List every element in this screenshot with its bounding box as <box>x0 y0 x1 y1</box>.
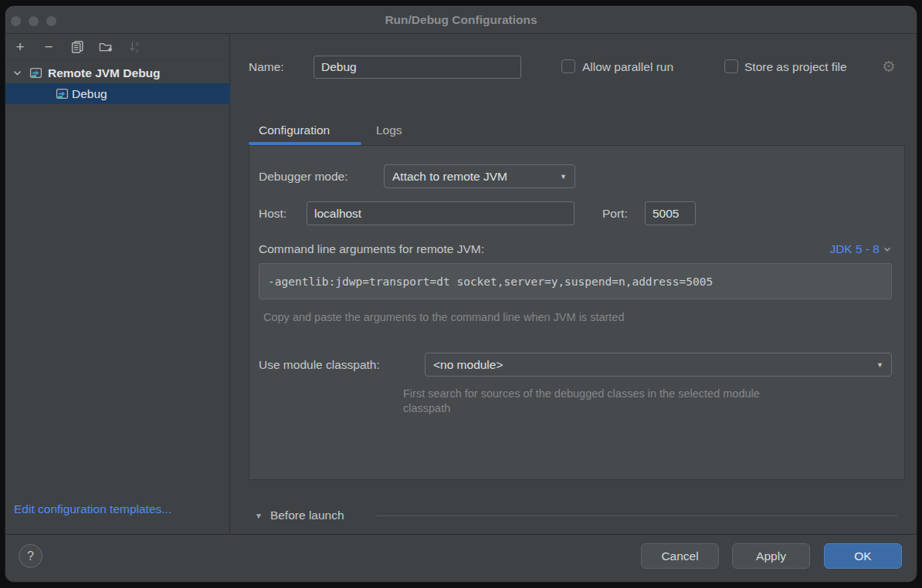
tree-child-label: Debug <box>72 87 107 101</box>
add-configuration-icon[interactable]: + <box>13 40 27 54</box>
sort-configurations-icon[interactable]: a z <box>127 40 141 54</box>
run-debug-configurations-dialog: Run/Debug Configurations + − <box>5 6 917 582</box>
svg-text:z: z <box>135 47 138 53</box>
jdk-version-selector[interactable]: JDK 5 - 8 <box>829 242 892 256</box>
before-launch-section-toggle[interactable]: ▼ Before launch <box>255 507 344 524</box>
dropdown-arrow-icon: ▼ <box>560 173 567 181</box>
footer-divider <box>5 534 917 535</box>
name-label: Name: <box>249 60 284 74</box>
edit-configuration-templates-link[interactable]: Edit configuration templates... <box>14 502 171 516</box>
chevron-down-icon[interactable] <box>12 68 22 78</box>
section-divider <box>376 515 897 516</box>
dialog-title: Run/Debug Configurations <box>5 13 917 27</box>
store-as-project-file-label[interactable]: Store as project file <box>744 60 847 74</box>
module-classpath-select[interactable]: <no module> ▼ <box>425 353 892 377</box>
apply-button[interactable]: Apply <box>732 543 810 569</box>
cmdline-arguments-label: Command line arguments for remote JVM: <box>259 242 484 256</box>
module-classpath-hint-text: First search for sources of the debugged… <box>403 387 789 416</box>
cancel-button[interactable]: Cancel <box>641 543 719 569</box>
host-label: Host: <box>259 207 286 221</box>
dropdown-arrow-icon: ▼ <box>876 361 883 369</box>
remote-debug-config-icon <box>56 87 69 100</box>
copy-configuration-icon[interactable] <box>70 40 84 54</box>
jdk-version-label: JDK 5 - 8 <box>829 242 880 256</box>
ok-button[interactable]: OK <box>824 543 902 569</box>
sidebar-item-debug-selected[interactable]: Debug <box>5 83 230 104</box>
chevron-down-icon <box>883 245 892 254</box>
sidebar-toolbar: + − <box>5 34 230 60</box>
allow-parallel-run-label[interactable]: Allow parallel run <box>582 60 673 74</box>
module-classpath-value: <no module> <box>433 358 503 372</box>
debugger-mode-select[interactable]: Attach to remote JVM ▼ <box>384 164 575 188</box>
debugger-mode-value: Attach to remote JVM <box>392 170 507 184</box>
store-as-project-file-checkbox[interactable] <box>724 59 738 73</box>
before-launch-label: Before launch <box>270 509 344 522</box>
screenshot-stage: Run/Debug Configurations + − <box>0 0 922 588</box>
port-input[interactable] <box>645 201 696 225</box>
tab-configuration[interactable]: Configuration <box>259 123 330 137</box>
configurations-sidebar <box>5 34 230 534</box>
name-input[interactable] <box>314 56 521 79</box>
tab-logs[interactable]: Logs <box>376 123 402 137</box>
allow-parallel-run-checkbox[interactable] <box>561 59 575 73</box>
host-input[interactable] <box>307 201 575 225</box>
remote-debug-config-icon <box>29 66 42 79</box>
tree-group-label: Remote JVM Debug <box>48 66 161 80</box>
store-options-gear-icon[interactable]: ⚙ <box>882 57 896 76</box>
module-classpath-label: Use module classpath: <box>259 358 380 372</box>
help-button[interactable]: ? <box>19 544 42 568</box>
debugger-mode-label: Debugger mode: <box>259 170 347 184</box>
port-label: Port: <box>602 207 628 221</box>
cmdline-arguments-input[interactable] <box>259 263 892 299</box>
cmdline-hint-text: Copy and paste the arguments to the comm… <box>263 311 624 323</box>
remove-configuration-icon[interactable]: − <box>42 40 56 54</box>
sidebar-item-remote-jvm-debug-group[interactable]: Remote JVM Debug <box>5 63 230 83</box>
new-folder-icon[interactable] <box>99 40 113 54</box>
collapse-triangle-icon: ▼ <box>255 512 263 520</box>
